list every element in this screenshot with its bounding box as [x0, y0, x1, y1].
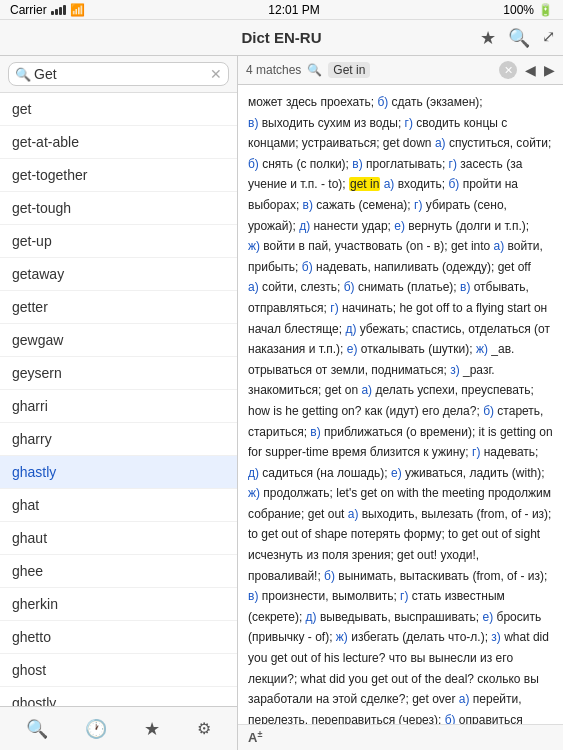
def-line: выборах; в) сажать (семена); г) убирать … — [248, 196, 553, 215]
def-line: д) садиться (на лошадь); е) уживаться, л… — [248, 464, 553, 483]
def-line: (привычку - of); ж) избегать (делать что… — [248, 628, 553, 647]
list-item[interactable]: get-at-able — [0, 126, 237, 159]
carrier-label: Carrier — [10, 3, 47, 17]
list-item-ghastly[interactable]: ghastly — [0, 456, 237, 489]
list-item[interactable]: ghost — [0, 654, 237, 687]
def-line: ж) продолжать; let's get on with the mee… — [248, 484, 553, 503]
def-line: отправляться; г) начинать; he got off to… — [248, 299, 553, 318]
list-item[interactable]: ghee — [0, 555, 237, 588]
favorites-toolbar-button[interactable]: ★ — [136, 714, 168, 744]
def-line: you get out of his lecture? что вы вынес… — [248, 649, 553, 668]
list-item[interactable]: getter — [0, 291, 237, 324]
def-line: наказания и т.п.); е) откалывать (шутки)… — [248, 340, 553, 359]
def-line: проваливай!; б) вынимать, вытаскивать (f… — [248, 567, 553, 586]
def-line: to get out of shape потерять форму; to g… — [248, 525, 553, 544]
prev-match-button[interactable]: ◀ — [525, 62, 536, 78]
clear-search-right-button[interactable]: ✕ — [499, 61, 517, 79]
def-line: знакомиться; get on а) делать успехи, пр… — [248, 381, 553, 400]
list-item[interactable]: get-up — [0, 225, 237, 258]
match-count: 4 matches — [246, 63, 301, 77]
right-header-actions: ✕ ◀ ▶ — [499, 61, 555, 79]
list-item[interactable]: get-tough — [0, 192, 237, 225]
list-item[interactable]: get-together — [0, 159, 237, 192]
star-button[interactable]: ★ — [480, 27, 496, 49]
def-line: отрываться от земли, подниматься; з) _ра… — [248, 361, 553, 380]
battery-label: 100% — [503, 3, 534, 17]
def-line: учение и т.п. - to); get in а) входить; … — [248, 175, 553, 194]
def-line: (секрете); д) выведывать, выспрашивать; … — [248, 608, 553, 627]
expand-button[interactable]: ⤢ — [542, 27, 555, 49]
history-toolbar-button[interactable]: 🕐 — [77, 714, 115, 744]
search-button[interactable]: 🔍 — [508, 27, 530, 49]
battery-icon: 🔋 — [538, 3, 553, 17]
next-match-button[interactable]: ▶ — [544, 62, 555, 78]
search-tag: Get in — [328, 62, 370, 78]
signal-bars — [51, 5, 66, 15]
def-line: начал блестяще; д) убежать; спастись, от… — [248, 320, 553, 339]
list-item[interactable]: ghetto — [0, 621, 237, 654]
status-right: 100% 🔋 — [503, 3, 553, 17]
def-line: может здесь проехать; б) сдать (экзамен)… — [248, 93, 553, 112]
def-line: перелезть, переправиться (через); б) опр… — [248, 711, 553, 724]
def-line: how is he getting on? как (идут) его дел… — [248, 402, 553, 421]
app-title: Dict EN-RU — [241, 29, 321, 46]
list-item[interactable]: gharri — [0, 390, 237, 423]
def-line: б) снять (с полки); в) проглатывать; г) … — [248, 155, 553, 174]
search-input-wrap: 🔍 ✕ — [8, 62, 229, 86]
status-bar: Carrier 📶 12:01 PM 100% 🔋 — [0, 0, 563, 20]
search-toolbar-button[interactable]: 🔍 — [18, 714, 56, 744]
search-icon: 🔍 — [15, 67, 31, 82]
font-size-bar: A± — [238, 724, 563, 750]
bottom-toolbar: 🔍 🕐 ★ ⚙ — [0, 706, 237, 750]
list-item[interactable]: gewgaw — [0, 324, 237, 357]
right-panel: 4 matches 🔍 Get in ✕ ◀ ▶ может здесь про… — [238, 56, 563, 750]
main-content: 🔍 ✕ get get-at-able get-together get-tou… — [0, 56, 563, 750]
word-list: get get-at-able get-together get-tough g… — [0, 93, 237, 706]
def-line: урожай); д) нанести удар; е) вернуть (до… — [248, 217, 553, 236]
def-line: в) выходить сухим из воды; г) сводить ко… — [248, 114, 553, 133]
font-size-label: A± — [248, 729, 262, 745]
def-line: заработали на этой сделке?; get over а) … — [248, 690, 553, 709]
list-item[interactable]: getaway — [0, 258, 237, 291]
list-item[interactable]: geysern — [0, 357, 237, 390]
list-item[interactable]: ghat — [0, 489, 237, 522]
def-line: исчезнуть из поля зрения; get out! уходи… — [248, 546, 553, 565]
time-label: 12:01 PM — [268, 3, 319, 17]
def-line: лекции?; what did you get out of the dea… — [248, 670, 553, 689]
clear-search-button[interactable]: ✕ — [210, 66, 222, 82]
search-input[interactable] — [34, 66, 210, 82]
left-panel: 🔍 ✕ get get-at-able get-together get-tou… — [0, 56, 238, 750]
def-line: в) произнести, вымолвить; г) стать извес… — [248, 587, 553, 606]
wifi-icon: 📶 — [70, 3, 85, 17]
list-item[interactable]: get — [0, 93, 237, 126]
list-item[interactable]: ghaut — [0, 522, 237, 555]
def-line: прибыть; б) надевать, напиливать (одежду… — [248, 258, 553, 277]
search-bar: 🔍 ✕ — [0, 56, 237, 93]
list-item[interactable]: gharry — [0, 423, 237, 456]
def-line: for supper-time время близится к ужину; … — [248, 443, 553, 462]
signal-bar-4 — [63, 5, 66, 15]
search-icon-right: 🔍 — [307, 63, 322, 77]
title-bar: Dict EN-RU ★ 🔍 ⤢ — [0, 20, 563, 56]
definition-area: может здесь проехать; б) сдать (экзамен)… — [238, 85, 563, 724]
search-tag-label: Get in — [333, 63, 365, 77]
signal-bar-1 — [51, 11, 54, 15]
def-line: стариться; в) приближаться (о времени); … — [248, 423, 553, 442]
def-line: а) сойти, слезть; б) снимать (платье); в… — [248, 278, 553, 297]
def-line: концами; устраиваться; get down а) спуст… — [248, 134, 553, 153]
def-line: собрание; get out а) выходить, вылезать … — [248, 505, 553, 524]
title-bar-actions: ★ 🔍 ⤢ — [480, 27, 555, 49]
list-item[interactable]: gherkin — [0, 588, 237, 621]
def-line: ж) войти в пай, участвовать (on - в); ge… — [248, 237, 553, 256]
signal-bar-2 — [55, 9, 58, 15]
status-left: Carrier 📶 — [10, 3, 85, 17]
settings-toolbar-button[interactable]: ⚙ — [189, 715, 219, 742]
right-header: 4 matches 🔍 Get in ✕ ◀ ▶ — [238, 56, 563, 85]
signal-bar-3 — [59, 7, 62, 15]
list-item-ghostly[interactable]: ghostly — [0, 687, 237, 706]
